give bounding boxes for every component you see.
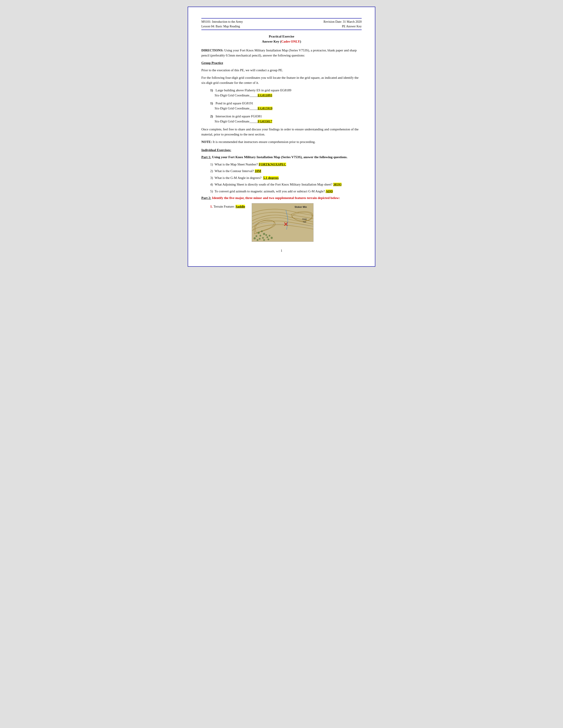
group-practice-para2: For the following four-digit grid coordi… xyxy=(201,75,362,85)
header-course: MS101: Introduction to the Army xyxy=(201,19,243,24)
item-text: What is the G-M Angle in degrees? xyxy=(214,176,263,180)
individual-section: Individual Exercises: Part 1: Using your… xyxy=(201,148,362,242)
coord-trailing xyxy=(272,120,274,123)
coord-label: Six-Digit Grid Coordinate_____ xyxy=(214,94,258,97)
list-item: 5) To convert grid azimuth to magnetic a… xyxy=(210,189,362,194)
cadre-label: Cadre ONLY xyxy=(281,40,300,43)
header-date: Revision Date: 31 March 2020 xyxy=(324,19,362,24)
svg-point-4 xyxy=(259,235,261,236)
directions-label: DIRECTIONS: xyxy=(201,49,223,52)
list-item: 2) What is the Contour Interval? 10M xyxy=(210,169,362,174)
part2-label: Part 2: xyxy=(201,196,211,200)
header-left: MS101: Introduction to the Army Lesson 0… xyxy=(201,19,243,29)
answer-key-prefix: Answer Key ( xyxy=(262,40,281,43)
svg-text:Maje: Maje xyxy=(302,218,307,220)
terrain-num: 1. xyxy=(210,205,213,208)
answer-key-suffix: ) xyxy=(300,40,301,43)
part1-text: Using your Fort Knox Military Installati… xyxy=(211,155,348,159)
answer-adjoining: 38593 xyxy=(333,183,342,186)
pe-title: Practical Exercise xyxy=(201,34,362,39)
svg-point-5 xyxy=(256,235,257,237)
item-num: 1) xyxy=(210,101,213,105)
directions-block: DIRECTIONS: Using your Fort Knox Militar… xyxy=(201,48,362,58)
header-lesson: Lesson 04: Basic Map Reading xyxy=(201,24,243,29)
list-item: 1) Pond in grid square EG8191 Six-Digit … xyxy=(210,101,362,111)
coord-line: Six-Digit Grid Coordinate_____EG811893 xyxy=(214,93,362,98)
answer-map-sheet: FORTKNOXSPEC xyxy=(259,163,286,166)
part2-text: Identify the five major, three minor and… xyxy=(211,196,340,200)
svg-text:Stoker Min: Stoker Min xyxy=(295,205,307,208)
part1-list: 1) What is the Map Sheet Number? FORTKNO… xyxy=(201,162,362,194)
item-text: To convert grid azimuth to magnetic azim… xyxy=(214,190,326,193)
item-num: 2) xyxy=(210,169,213,173)
svg-point-1 xyxy=(257,232,259,234)
svg-text:Tab: Tab xyxy=(303,220,306,223)
terrain-feature-label: Terrain Feature: xyxy=(213,205,235,208)
coord-line: Six-Digit Grid Coordinate_____FG035817 xyxy=(214,119,362,124)
coord-answer-2: EG815919 xyxy=(258,107,272,110)
terrain-item-text: 1. Terrain Feature: Saddle xyxy=(210,203,245,209)
item-num: 2) xyxy=(210,114,213,118)
group-practice-section: Group Practice Prior to the execution of… xyxy=(201,60,362,144)
answer-key-title: Answer Key (Cadre ONLY) xyxy=(201,39,362,44)
item-num: 5) xyxy=(210,190,213,193)
part1-heading: Part 1: Using your Fort Knox Military In… xyxy=(201,155,362,160)
coord-trailing xyxy=(272,107,274,110)
coord-label: Six-Digit Grid Coordinate_____ xyxy=(214,120,258,123)
svg-point-10 xyxy=(266,236,268,238)
svg-point-12 xyxy=(271,237,273,239)
coord-label: Six-Digit Grid Coordinate_____ xyxy=(214,107,258,110)
svg-point-14 xyxy=(263,239,265,241)
answer-terrain: Saddle xyxy=(235,205,245,208)
svg-point-11 xyxy=(269,235,270,236)
svg-point-6 xyxy=(265,234,267,236)
svg-point-13 xyxy=(256,239,258,241)
note-para: NOTE: It is recommended that instructors… xyxy=(201,139,362,144)
list-item: 3) What is the G-M Angle in degrees? 5.1… xyxy=(210,175,362,180)
group-practice-list: 1) Large building above Flaherty ES in g… xyxy=(201,88,362,124)
coord-answer-1: EG811893 xyxy=(258,94,272,97)
header-type: PE Answer Key xyxy=(324,24,362,29)
list-item: 4) What Adjoining Sheet is directly sout… xyxy=(210,182,362,187)
document-page: MS101: Introduction to the Army Lesson 0… xyxy=(188,7,375,267)
directions-text: Using your Fort Knox Military Installati… xyxy=(201,49,357,57)
coord-answer-3: FG035817 xyxy=(258,120,272,123)
item-num: 4) xyxy=(210,183,213,186)
item-desc: Intersection in grid square FG0381 xyxy=(215,114,262,118)
answer-add-subtract: ADD xyxy=(326,190,333,193)
answer-contour: 10M xyxy=(255,169,261,173)
group-practice-heading: Group Practice xyxy=(201,60,362,66)
svg-point-7 xyxy=(254,237,256,239)
terrain-map-image: Stoker Min Maje Tab xyxy=(252,203,314,242)
part1-label: Part 1: xyxy=(201,155,211,159)
coord-line: Six-Digit Grid Coordinate_____EG815919 xyxy=(214,106,362,111)
item-text: What is the Map Sheet Number? xyxy=(214,163,258,166)
group-practice-para3: Once complete, feel free to share and di… xyxy=(201,127,362,137)
svg-point-2 xyxy=(261,230,263,232)
group-practice-para1: Prior to the execution of this PE, we wi… xyxy=(201,68,362,73)
svg-point-8 xyxy=(259,238,260,240)
page-number: 1 xyxy=(201,248,362,253)
note-label: NOTE: xyxy=(201,140,212,144)
item-text: What Adjoining Sheet is directly south o… xyxy=(214,183,333,186)
coord-trailing xyxy=(272,94,274,97)
header-right: Revision Date: 31 March 2020 PE Answer K… xyxy=(324,19,362,29)
item-text: What is the Contour Interval? xyxy=(214,169,255,173)
svg-point-3 xyxy=(263,233,265,235)
svg-point-9 xyxy=(262,237,264,239)
terrain-row: 1. Terrain Feature: Saddle xyxy=(210,203,362,242)
item-desc: Large building above Flaherty ES in grid… xyxy=(215,88,291,92)
answer-gm-angle: 5.1 degrees xyxy=(263,176,279,180)
item-desc: Pond in grid square EG8191 xyxy=(215,101,253,105)
item-num: 1) xyxy=(210,88,213,92)
item-num: 1) xyxy=(210,163,213,166)
list-item: 1) What is the Map Sheet Number? FORTKNO… xyxy=(210,162,362,167)
document-header: MS101: Introduction to the Army Lesson 0… xyxy=(201,18,362,30)
title-section: Practical Exercise Answer Key (Cadre ONL… xyxy=(201,34,362,44)
svg-point-15 xyxy=(267,238,269,240)
item-num: 3) xyxy=(210,176,213,180)
list-item: 1) Large building above Flaherty ES in g… xyxy=(210,88,362,98)
note-text: It is recommended that instructors ensur… xyxy=(212,140,316,144)
individual-heading: Individual Exercises: xyxy=(201,148,362,153)
list-item: 2) Intersection in grid square FG0381 Si… xyxy=(210,114,362,124)
